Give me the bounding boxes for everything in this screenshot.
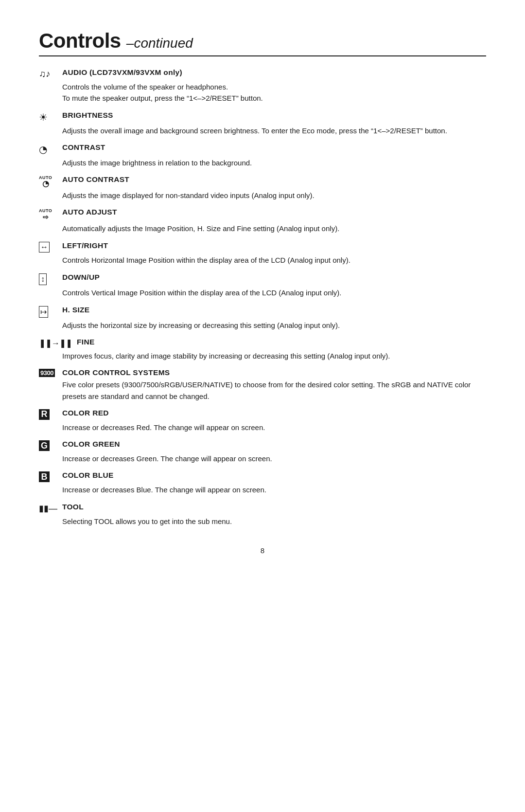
- desc-left-right-0: Controls Horizontal Image Position withi…: [62, 254, 486, 266]
- icon-tool: ▮▮—: [39, 503, 57, 514]
- list-item-color-green: GCOLOR GREENIncrease or decreases Green.…: [39, 440, 486, 464]
- list-item-audio: ♫♪AUDIO (LCD73VXM/93VXM only)Controls th…: [39, 68, 486, 104]
- label-auto-adjust: AUTO ADJUST: [62, 208, 117, 217]
- icon-hsize: ↦: [39, 306, 57, 318]
- icon-contrast: ◔: [39, 143, 57, 155]
- list-item-brightness: ☀BRIGHTNESSAdjusts the overall image and…: [39, 111, 486, 136]
- label-color-blue: COLOR BLUE: [62, 471, 114, 480]
- list-item-auto-contrast: AUTO◔AUTO CONTRASTAdjusts the image disp…: [39, 175, 486, 201]
- desc-tool-0: Selecting TOOL allows you to get into th…: [62, 516, 486, 527]
- list-item-left-right: ↔LEFT/RIGHTControls Horizontal Image Pos…: [39, 241, 486, 266]
- icon-brightness: ☀: [39, 111, 57, 123]
- desc-color-green-0: Increase or decreases Green. The change …: [62, 453, 486, 464]
- label-brightness: BRIGHTNESS: [62, 111, 113, 120]
- icon-audio: ♫♪: [39, 68, 57, 79]
- icon-auto-contrast: AUTO◔: [39, 175, 57, 188]
- list-item-hsize: ↦H. SIZEAdjusts the horizontal size by i…: [39, 306, 486, 331]
- title-divider: [39, 55, 486, 56]
- page-number: 8: [39, 546, 486, 555]
- desc-auto-adjust-0: Automatically adjusts the Image Position…: [62, 223, 486, 234]
- label-color-green: COLOR GREEN: [62, 440, 120, 449]
- label-color-control: COLOR CONTROL SYSTEMS: [62, 368, 170, 377]
- list-item-tool: ▮▮—TOOLSelecting TOOL allows you to get …: [39, 503, 486, 527]
- desc-contrast-0: Adjusts the image brightness in relation…: [62, 157, 486, 168]
- icon-left-right: ↔: [39, 241, 57, 253]
- icon-color-green: G: [39, 440, 57, 451]
- page-title: Controls –continued: [39, 29, 486, 53]
- label-audio: AUDIO (LCD73VXM/93VXM only): [62, 68, 182, 77]
- desc-audio-0: Controls the volume of the speaker or he…: [62, 81, 486, 92]
- desc-fine-0: Improves focus, clarity and image stabil…: [62, 350, 486, 361]
- controls-list: ♫♪AUDIO (LCD73VXM/93VXM only)Controls th…: [39, 68, 486, 527]
- desc-hsize-0: Adjusts the horizontal size by increasin…: [62, 320, 486, 331]
- label-hsize: H. SIZE: [62, 306, 89, 314]
- icon-fine: ❚❚→❚❚: [39, 338, 72, 348]
- icon-color-control: 9300: [39, 368, 57, 377]
- list-item-fine: ❚❚→❚❚FINEImproves focus, clarity and ima…: [39, 338, 486, 361]
- label-fine: FINE: [77, 338, 95, 346]
- label-tool: TOOL: [62, 503, 84, 511]
- label-left-right: LEFT/RIGHT: [62, 241, 108, 250]
- desc-down-up-0: Controls Vertical Image Position within …: [62, 287, 486, 298]
- desc-auto-contrast-0: Adjusts the image displayed for non-stan…: [62, 190, 486, 201]
- desc-brightness-0: Adjusts the overall image and background…: [62, 125, 486, 136]
- icon-auto-adjust: AUTO⇨: [39, 208, 57, 221]
- desc-color-red-0: Increase or decreases Red. The change wi…: [62, 422, 486, 433]
- icon-color-red: R: [39, 409, 57, 420]
- label-auto-contrast: AUTO CONTRAST: [62, 175, 129, 184]
- list-item-contrast: ◔CONTRASTAdjusts the image brightness in…: [39, 143, 486, 168]
- label-down-up: DOWN/UP: [62, 273, 100, 282]
- icon-down-up: ↕: [39, 273, 57, 286]
- list-item-down-up: ↕DOWN/UPControls Vertical Image Position…: [39, 273, 486, 299]
- list-item-auto-adjust: AUTO⇨AUTO ADJUSTAutomatically adjusts th…: [39, 208, 486, 234]
- desc-color-blue-0: Increase or decreases Blue. The change w…: [62, 484, 486, 495]
- list-item-color-blue: BCOLOR BLUEIncrease or decreases Blue. T…: [39, 471, 486, 495]
- list-item-color-red: RCOLOR REDIncrease or decreases Red. The…: [39, 409, 486, 433]
- icon-color-blue: B: [39, 471, 57, 482]
- desc-color-control-0: Five color presets (9300/7500/sRGB/USER/…: [62, 379, 486, 402]
- page-header: Controls –continued: [39, 29, 486, 56]
- desc-audio-1: To mute the speaker output, press the “1…: [62, 92, 486, 104]
- list-item-color-control: 9300COLOR CONTROL SYSTEMSFive color pres…: [39, 368, 486, 402]
- label-contrast: CONTRAST: [62, 143, 105, 152]
- label-color-red: COLOR RED: [62, 409, 109, 417]
